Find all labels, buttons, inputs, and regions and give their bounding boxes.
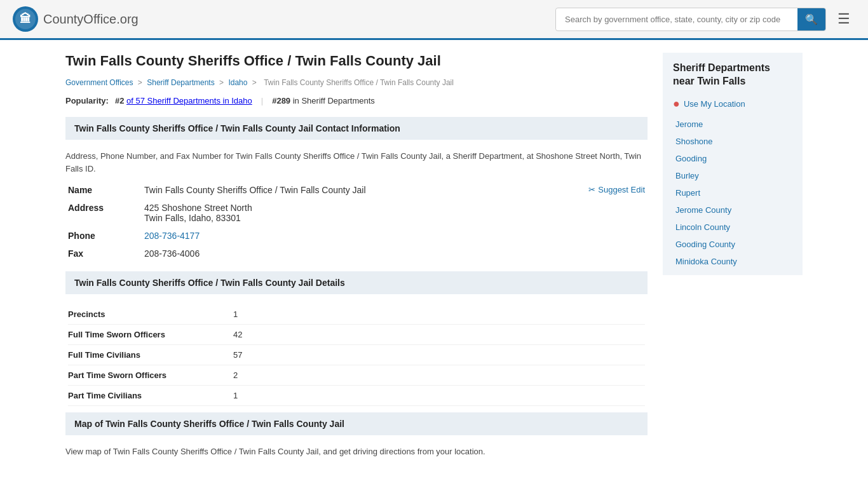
contact-description: Address, Phone Number, and Fax Number fo…: [65, 150, 648, 175]
page-title: Twin Falls County Sheriffs Office / Twin…: [65, 53, 648, 69]
name-label: Name: [68, 185, 144, 195]
details-value: 2: [233, 370, 238, 380]
details-row: Full Time Sworn Officers 42: [68, 325, 645, 345]
sidebar-link[interactable]: Jerome: [675, 119, 792, 129]
header-right: 🔍 ☰: [555, 8, 855, 31]
suggest-edit-link[interactable]: ✂ Suggest Edit: [588, 185, 645, 194]
site-header: 🏛 CountyOffice.org 🔍 ☰: [0, 0, 868, 40]
contact-info-table: Name Twin Falls County Sheriffs Office /…: [65, 185, 648, 259]
use-my-location-row: ● Use My Location: [673, 97, 792, 111]
popularity-bar: Popularity: #2 of 57 Sheriff Departments…: [65, 96, 648, 105]
breadcrumb-sheriff-depts[interactable]: Sheriff Departments: [147, 78, 215, 87]
search-input[interactable]: [556, 10, 797, 29]
search-bar: 🔍: [555, 8, 826, 31]
sidebar-link[interactable]: Minidoka County: [675, 257, 792, 266]
breadcrumb-gov-offices[interactable]: Government Offices: [65, 78, 133, 87]
details-value: 57: [233, 350, 242, 360]
sidebar-link[interactable]: Gooding County: [675, 240, 792, 249]
details-table: Precincts 1 Full Time Sworn Officers 42 …: [65, 304, 648, 406]
popularity-national: #289 in Sheriff Departments: [272, 96, 375, 105]
popularity-rank: #2 of 57 Sheriff Departments in Idaho: [115, 96, 252, 105]
sidebar-link[interactable]: Shoshone: [675, 137, 792, 146]
details-label: Part Time Civilians: [68, 391, 233, 400]
details-value: 1: [233, 309, 238, 319]
sidebar-link[interactable]: Jerome County: [675, 205, 792, 215]
menu-button[interactable]: ☰: [832, 8, 855, 30]
main-container: Twin Falls County Sheriffs Office / Twin…: [53, 40, 815, 481]
logo-area: 🏛 CountyOffice.org: [13, 6, 139, 32]
address-line1: 425 Shoshone Street North: [144, 203, 252, 213]
details-label: Full Time Sworn Officers: [68, 330, 233, 339]
breadcrumb: Government Offices > Sheriff Departments…: [65, 78, 648, 87]
sidebar-link[interactable]: Lincoln County: [675, 222, 792, 232]
content-area: Twin Falls County Sheriffs Office / Twin…: [65, 53, 648, 468]
search-button[interactable]: 🔍: [797, 8, 825, 30]
suggest-edit-label: Suggest Edit: [598, 185, 645, 194]
sidebar-link[interactable]: Gooding: [675, 154, 792, 163]
fax-row: Fax 208-736-4006: [68, 248, 645, 259]
details-label: Part Time Sworn Officers: [68, 370, 233, 380]
sidebar-title: Sheriff Departments near Twin Falls: [673, 62, 792, 88]
popularity-rank-link[interactable]: of 57 Sheriff Departments in Idaho: [126, 96, 252, 105]
details-value: 42: [233, 330, 242, 339]
details-label: Precincts: [68, 309, 233, 319]
logo-text: CountyOffice.org: [43, 12, 139, 27]
fax-label: Fax: [68, 248, 144, 259]
details-value: 1: [233, 391, 238, 400]
sidebar: Sheriff Departments near Twin Falls ● Us…: [663, 53, 803, 468]
contact-section-header: Twin Falls County Sheriffs Office / Twin…: [65, 117, 648, 140]
details-row: Precincts 1: [68, 304, 645, 325]
phone-link[interactable]: 208-736-4177: [144, 231, 200, 241]
sidebar-link[interactable]: Rupert: [675, 188, 792, 198]
address-value: 425 Shoshone Street North Twin Falls, Id…: [144, 203, 252, 223]
phone-row: Phone 208-736-4177: [68, 231, 645, 241]
map-section-header: Map of Twin Falls County Sheriffs Office…: [65, 412, 648, 435]
phone-label: Phone: [68, 231, 144, 241]
name-row: Name Twin Falls County Sheriffs Office /…: [68, 185, 645, 195]
fax-value: 208-736-4006: [144, 248, 200, 259]
logo-icon: 🏛: [13, 6, 38, 32]
details-row: Part Time Sworn Officers 2: [68, 365, 645, 386]
sidebar-box: Sheriff Departments near Twin Falls ● Us…: [663, 53, 803, 275]
address-line2: Twin Falls, Idaho, 83301: [144, 213, 252, 223]
details-label: Full Time Civilians: [68, 350, 233, 360]
breadcrumb-idaho[interactable]: Idaho: [228, 78, 247, 87]
popularity-label: Popularity:: [65, 96, 109, 105]
details-row: Full Time Civilians 57: [68, 345, 645, 365]
sidebar-links: JeromeShoshoneGoodingBurleyRupertJerome …: [673, 119, 792, 266]
sidebar-link[interactable]: Burley: [675, 171, 792, 180]
address-label: Address: [68, 203, 144, 213]
location-dot-icon: ●: [673, 97, 680, 111]
phone-value: 208-736-4177: [144, 231, 200, 241]
map-description: View map of Twin Falls County Sheriffs O…: [65, 445, 648, 458]
name-value: Twin Falls County Sheriffs Office / Twin…: [144, 185, 366, 195]
address-row: Address 425 Shoshone Street North Twin F…: [68, 203, 645, 223]
use-my-location-link[interactable]: Use My Location: [684, 99, 745, 109]
svg-text:🏛: 🏛: [20, 12, 31, 25]
breadcrumb-current: Twin Falls County Sheriffs Office / Twin…: [264, 78, 454, 87]
details-row: Part Time Civilians 1: [68, 386, 645, 406]
details-section-header: Twin Falls County Sheriffs Office / Twin…: [65, 271, 648, 294]
